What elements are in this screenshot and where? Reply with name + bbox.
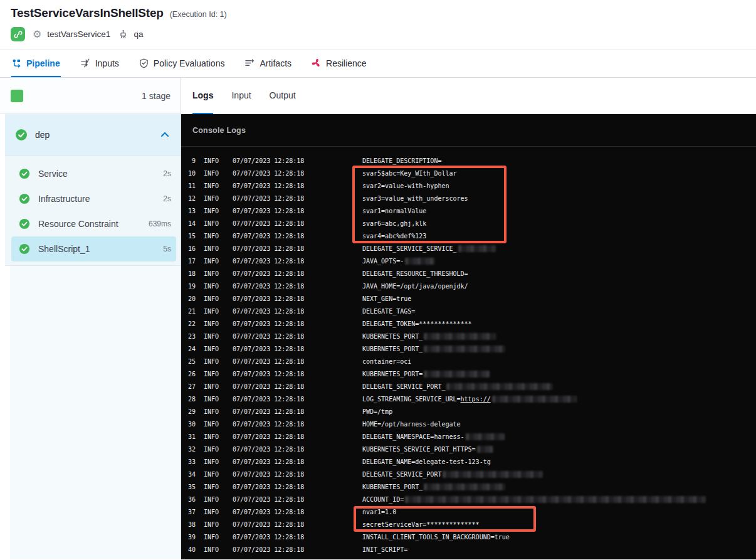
tab-input[interactable]: Input bbox=[231, 78, 251, 114]
log-line: 9 INFO 07/07/2023 12:28:18 DELEGATE_DESC… bbox=[181, 154, 756, 167]
log-message: DELEGATE_NAMESPACE=harness- bbox=[362, 433, 505, 440]
log-message: DELEGATE_DESCRIPTION= bbox=[362, 157, 441, 164]
log-message: KUBERNETES_PORT= bbox=[362, 371, 490, 378]
gear-icon: ⚙ bbox=[33, 29, 41, 40]
log-message: JAVA_OPTS=- bbox=[362, 258, 435, 265]
log-message: DELEGATE_RESOURCE_THRESHOLD= bbox=[362, 270, 468, 277]
log-line-number: 33 bbox=[185, 458, 196, 465]
log-message: HOME=/opt/harness-delegate bbox=[362, 421, 461, 428]
execution-nav-tabs: Pipeline Inputs Policy Evaluations bbox=[0, 50, 756, 78]
log-message: LOG_STREAMING_SERVICE_URL=https:// bbox=[362, 396, 577, 403]
service-link-icon bbox=[11, 27, 25, 41]
console-panel[interactable]: Console Logs 9 INFO 07/07/2023 12:28:18 … bbox=[181, 114, 756, 559]
log-line-number: 25 bbox=[185, 358, 196, 365]
log-line: 31 INFO 07/07/2023 12:28:18 DELEGATE_NAM… bbox=[181, 430, 756, 443]
environment-name: qa bbox=[134, 29, 143, 39]
log-line: 28 INFO 07/07/2023 12:28:18 LOG_STREAMIN… bbox=[181, 393, 756, 405]
tab-artifacts-label: Artifacts bbox=[260, 58, 291, 68]
success-check-icon bbox=[19, 243, 30, 255]
log-line-number: 35 bbox=[185, 483, 196, 490]
tab-resilience[interactable]: Resilience bbox=[311, 50, 367, 77]
sidebar-step-item[interactable]: Resource Constraint 639ms bbox=[11, 211, 176, 236]
log-timestamp: 07/07/2023 12:28:18 bbox=[233, 446, 305, 453]
tab-resilience-label: Resilience bbox=[326, 58, 367, 68]
log-message: DELEGATE_SERVICE_PORT bbox=[362, 471, 543, 478]
log-line-number: 39 bbox=[185, 534, 196, 541]
log-timestamp: 07/07/2023 12:28:18 bbox=[233, 220, 305, 227]
log-line: 17 INFO 07/07/2023 12:28:18 JAVA_OPTS=- bbox=[181, 255, 756, 267]
log-line-number: 38 bbox=[185, 521, 196, 528]
log-line: 34 INFO 07/07/2023 12:28:18 DELEGATE_SER… bbox=[181, 468, 756, 480]
tab-inputs[interactable]: Inputs bbox=[80, 50, 120, 77]
log-level: INFO bbox=[204, 471, 219, 478]
redacted-blur bbox=[424, 483, 505, 490]
log-line-number: 18 bbox=[185, 270, 196, 277]
resilience-chaos-icon bbox=[312, 58, 321, 68]
tab-output[interactable]: Output bbox=[270, 78, 296, 114]
log-level: INFO bbox=[204, 333, 219, 340]
log-level: INFO bbox=[204, 195, 219, 202]
log-timestamp: 07/07/2023 12:28:18 bbox=[233, 308, 305, 315]
log-timestamp: 07/07/2023 12:28:18 bbox=[233, 371, 305, 378]
log-timestamp: 07/07/2023 12:28:18 bbox=[233, 396, 305, 403]
redacted-blur bbox=[424, 346, 505, 352]
log-message: KUBERNETES_PORT_ bbox=[362, 483, 505, 490]
log-timestamp: 07/07/2023 12:28:18 bbox=[233, 471, 305, 478]
sidebar-step-item[interactable]: ShellScript_1 5s bbox=[11, 236, 176, 262]
console-logs-header: Console Logs bbox=[181, 114, 756, 147]
log-line-number: 14 bbox=[185, 220, 196, 227]
log-timestamp: 07/07/2023 12:28:18 bbox=[233, 295, 305, 302]
tab-policy-evaluations[interactable]: Policy Evaluations bbox=[139, 50, 226, 77]
highlight-box-nvar-secret bbox=[354, 506, 536, 532]
sidebar-step-item[interactable]: Service 2s bbox=[11, 161, 176, 186]
log-message: KUBERNETES_SERVICE_PORT_HTTPS= bbox=[362, 446, 493, 453]
log-message: DELEGATE_NAME=delegate-test-123-tg bbox=[362, 458, 491, 465]
log-line: 35 INFO 07/07/2023 12:28:18 KUBERNETES_P… bbox=[181, 480, 756, 493]
log-message: KUBERNETES_PORT_ bbox=[362, 346, 505, 352]
log-line-number: 23 bbox=[185, 333, 196, 340]
log-line: 36 INFO 07/07/2023 12:28:18 ACCOUNT_ID= bbox=[181, 493, 756, 505]
log-line-number: 9 bbox=[185, 157, 196, 164]
log-level: INFO bbox=[204, 283, 219, 290]
log-timestamp: 07/07/2023 12:28:18 bbox=[233, 521, 305, 528]
log-level: INFO bbox=[204, 383, 219, 390]
redacted-blur bbox=[405, 258, 435, 265]
execution-id-label: (Execution Id: 1) bbox=[170, 10, 227, 19]
log-line: 22 INFO 07/07/2023 12:28:18 DELEGATE_TOK… bbox=[181, 317, 756, 330]
log-message: NEXT_GEN=true bbox=[362, 295, 411, 302]
step-duration: 5s bbox=[163, 245, 171, 253]
log-level: INFO bbox=[204, 396, 219, 403]
tab-pipeline[interactable]: Pipeline bbox=[11, 50, 61, 77]
log-line-number: 36 bbox=[185, 496, 196, 503]
log-message: INIT_SCRIPT= bbox=[362, 546, 407, 553]
sidebar-step-item[interactable]: Infrastructure 2s bbox=[11, 186, 176, 211]
log-message: INSTALL_CLIENT_TOOLS_IN_BACKGROUND=true bbox=[362, 534, 510, 541]
log-level: INFO bbox=[204, 295, 219, 302]
redacted-blur bbox=[492, 396, 577, 403]
tab-pipeline-label: Pipeline bbox=[26, 58, 60, 68]
log-timestamp: 07/07/2023 12:28:18 bbox=[233, 358, 305, 365]
stage-count-label: 1 stage bbox=[142, 91, 171, 101]
tab-artifacts[interactable]: Artifacts bbox=[244, 50, 292, 77]
tab-inputs-label: Inputs bbox=[95, 58, 119, 68]
log-line-number: 24 bbox=[185, 346, 196, 352]
success-check-icon bbox=[19, 168, 30, 179]
log-line-number: 32 bbox=[185, 446, 196, 453]
log-timestamp: 07/07/2023 12:28:18 bbox=[233, 320, 305, 327]
log-message: DELEGATE_SERVICE_PORT_ bbox=[362, 383, 553, 390]
log-timestamp: 07/07/2023 12:28:18 bbox=[233, 458, 305, 465]
log-link[interactable]: https:// bbox=[461, 396, 491, 403]
log-level: INFO bbox=[204, 220, 219, 227]
success-check-icon bbox=[15, 129, 28, 141]
step-duration: 2s bbox=[163, 169, 171, 178]
step-duration: 2s bbox=[163, 194, 171, 203]
log-line: 24 INFO 07/07/2023 12:28:18 KUBERNETES_P… bbox=[181, 342, 756, 355]
log-line: 25 INFO 07/07/2023 12:28:18 container=oc… bbox=[181, 355, 756, 367]
stage-group-dep[interactable]: dep bbox=[5, 114, 181, 156]
stage-summary-row: 1 stage bbox=[0, 78, 181, 114]
log-line-number: 21 bbox=[185, 308, 196, 315]
log-level: INFO bbox=[204, 421, 219, 428]
chevron-up-icon[interactable] bbox=[160, 132, 169, 137]
execution-header: TestServiceVarsInShellStep (Execution Id… bbox=[0, 0, 756, 50]
tab-logs[interactable]: Logs bbox=[192, 78, 213, 114]
